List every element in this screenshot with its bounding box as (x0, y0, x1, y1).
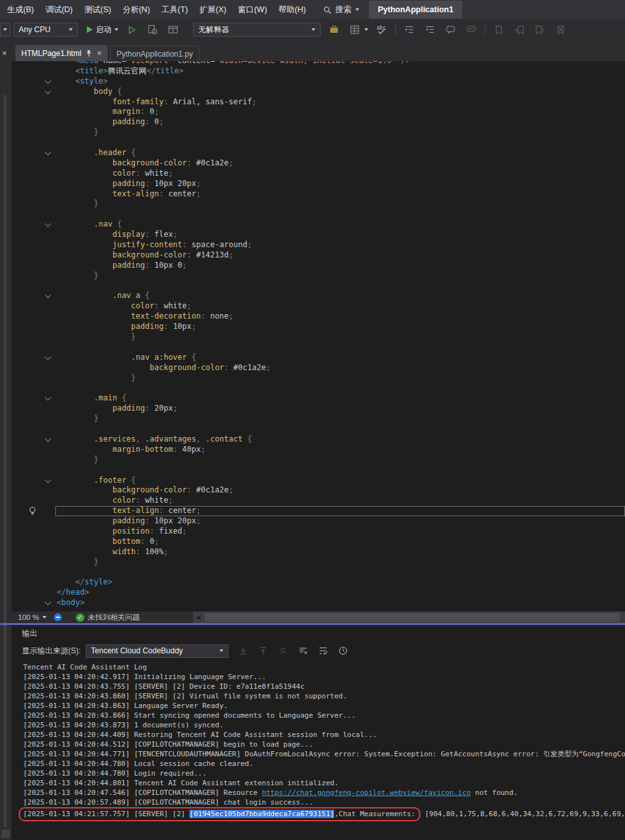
code-line[interactable]: justify-content: space-around; (12, 240, 625, 250)
zoom-control[interactable]: 100 % (12, 613, 46, 621)
horizontal-scrollbar[interactable]: ◀ (193, 611, 625, 623)
code-line[interactable] (12, 384, 625, 394)
code-line[interactable]: background-color: #0c1a2e; (12, 158, 625, 169)
code-line[interactable]: .services, .advantages, .contact { (12, 434, 625, 445)
interpreter-combo[interactable]: 无解释器 (193, 23, 321, 37)
code-line[interactable]: body { (12, 87, 625, 97)
code-line[interactable] (12, 465, 625, 476)
increase-indent-button[interactable] (423, 23, 437, 37)
code-line[interactable]: display: flex; (12, 230, 625, 240)
toggle-bookmark-button[interactable] (492, 23, 506, 37)
code-line[interactable]: margin-bottom: 40px; (12, 445, 625, 455)
code-line[interactable] (12, 568, 625, 578)
decrease-indent-button[interactable] (402, 23, 416, 37)
prev-bookmark-button[interactable] (512, 23, 527, 37)
menu-item-3[interactable]: 分析(N) (117, 1, 156, 19)
code-line[interactable]: padding: 10px 20px; (12, 179, 625, 189)
history-button[interactable] (337, 645, 349, 657)
close-icon[interactable]: × (97, 50, 102, 57)
menu-item-6[interactable]: 窗口(W) (232, 1, 273, 19)
code-editor[interactable]: <meta name="viewport" content="width=dev… (12, 61, 625, 611)
platform-combo[interactable]: Any CPU (14, 23, 78, 37)
code-line[interactable]: } (12, 199, 625, 209)
code-line[interactable] (12, 342, 625, 353)
code-line[interactable]: background-color: #14213d; (12, 250, 625, 261)
code-line[interactable]: <meta name="viewport" content="width=dev… (12, 61, 625, 66)
code-line[interactable]: color: white; (12, 169, 625, 179)
code-line[interactable]: } (12, 332, 625, 342)
chevron-down-icon[interactable] (364, 28, 368, 31)
code-line[interactable]: <style> (12, 77, 625, 87)
code-line[interactable]: padding: 10px; (12, 322, 625, 332)
code-line[interactable]: } (12, 373, 625, 384)
code-line[interactable]: background-color: #0c1a2e; (12, 363, 625, 373)
collapse-all-button[interactable] (277, 645, 289, 657)
code-line[interactable]: padding: 10px 0; (12, 261, 625, 271)
code-line-current[interactable]: text-align: center; (12, 506, 625, 516)
truncated-combo[interactable] (0, 23, 10, 37)
output-source-combo[interactable]: Tencent Cloud CodeBuddy (86, 644, 229, 658)
menu-item-2[interactable]: 测试(S) (79, 1, 117, 19)
menu-item-1[interactable]: 调试(D) (40, 1, 79, 19)
next-message-button[interactable] (257, 645, 269, 657)
code-line[interactable]: .footer { (12, 476, 625, 486)
code-line[interactable]: color: white; (12, 496, 625, 506)
pin-icon[interactable] (86, 50, 92, 57)
code-line[interactable]: text-align: center; (12, 189, 625, 200)
preview-window-button[interactable] (166, 23, 180, 37)
word-wrap-button[interactable] (317, 645, 329, 657)
menu-item-5[interactable]: 扩展(X) (194, 1, 232, 19)
code-line[interactable]: font-family: Arial, sans-serif; (12, 97, 625, 107)
left-scrollbar[interactable] (4, 95, 6, 827)
code-line[interactable]: width: 100%; (12, 547, 625, 557)
python-environment-button[interactable] (327, 23, 341, 37)
code-line[interactable]: margin: 0; (12, 107, 625, 117)
code-line[interactable]: text-decoration: none; (12, 312, 625, 322)
code-line[interactable]: } (12, 271, 625, 281)
search-box[interactable]: 搜索 (318, 2, 364, 17)
sync-status-icon[interactable] (54, 613, 62, 621)
start-debug-button[interactable]: 启动 (87, 24, 118, 35)
spell-check-button[interactable]: abc (375, 23, 389, 37)
document-health[interactable]: ✓ 未找到相关问题 (76, 613, 140, 622)
code-line[interactable]: padding: 20px; (12, 404, 625, 414)
code-line[interactable] (12, 209, 625, 219)
menu-item-0[interactable]: 生成(B) (1, 1, 40, 19)
solution-grid-button[interactable] (348, 23, 362, 37)
clear-bookmarks-button[interactable] (554, 23, 568, 37)
code-line[interactable]: </style> (12, 577, 625, 588)
prev-message-button[interactable] (238, 645, 249, 657)
code-line[interactable]: .main { (12, 393, 625, 404)
code-line[interactable]: position: fixed; (12, 527, 625, 537)
uncomment-button[interactable] (464, 23, 478, 37)
tab-htmlpage1[interactable]: HTMLPage1.html × (15, 45, 107, 61)
menu-item-4[interactable]: 工具(T) (156, 1, 194, 19)
tab-pythonapplication1[interactable]: PythonApplication1.py (110, 46, 200, 61)
code-line[interactable]: background-color: #0c1a2e; (12, 485, 625, 496)
clear-all-button[interactable] (297, 645, 309, 657)
code-line[interactable]: } (12, 127, 625, 138)
start-without-debug-button[interactable] (125, 23, 139, 37)
code-line[interactable]: .nav { (12, 219, 625, 230)
code-line[interactable]: } (12, 414, 625, 424)
comment-button[interactable] (443, 23, 458, 37)
left-scrollbar-button[interactable] (1, 830, 10, 838)
code-line[interactable]: <body> (12, 598, 625, 608)
code-line[interactable] (12, 281, 625, 292)
code-line[interactable]: bottom: 0; (12, 537, 625, 547)
code-line[interactable] (12, 424, 625, 434)
code-line[interactable]: </head> (12, 588, 625, 598)
code-line[interactable]: .nav a { (12, 291, 625, 301)
close-icon[interactable]: × (2, 49, 7, 57)
code-line[interactable]: } (12, 557, 625, 568)
scroll-left-icon[interactable]: ◀ (193, 611, 203, 623)
code-line[interactable]: padding: 10px 20px; (12, 516, 625, 527)
next-bookmark-button[interactable] (533, 23, 547, 37)
scrollbar-thumb[interactable] (205, 613, 620, 622)
code-line[interactable]: padding: 0; (12, 117, 625, 127)
code-line[interactable]: color: white; (12, 301, 625, 312)
code-line[interactable]: } (12, 455, 625, 465)
log-link[interactable]: https://chat.gongfeng-copilot.webview/fa… (262, 789, 471, 797)
attach-to-process-button[interactable] (145, 23, 160, 37)
menu-item-7[interactable]: 帮助(H) (273, 1, 312, 19)
